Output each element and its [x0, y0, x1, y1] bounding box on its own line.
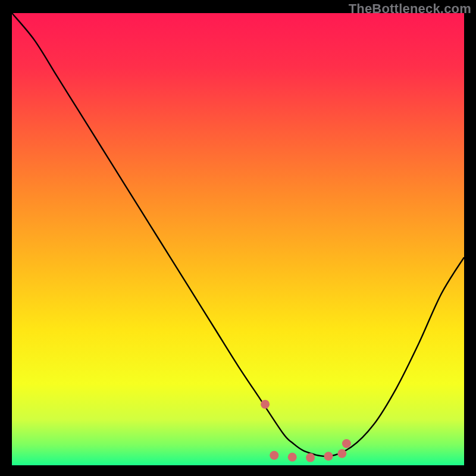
- watermark-label: TheBottleneck.com: [349, 1, 471, 17]
- chart-svg: [12, 13, 464, 465]
- highlight-dot: [288, 453, 297, 462]
- bottleneck-chart: [12, 13, 464, 465]
- chart-background: [12, 13, 464, 465]
- highlight-dot: [342, 439, 351, 448]
- chart-frame: TheBottleneck.com: [0, 0, 476, 476]
- highlight-dot: [324, 452, 333, 461]
- highlight-dot: [270, 451, 278, 460]
- highlight-dot: [306, 453, 315, 462]
- highlight-dot: [261, 400, 270, 409]
- highlight-dot: [337, 449, 346, 458]
